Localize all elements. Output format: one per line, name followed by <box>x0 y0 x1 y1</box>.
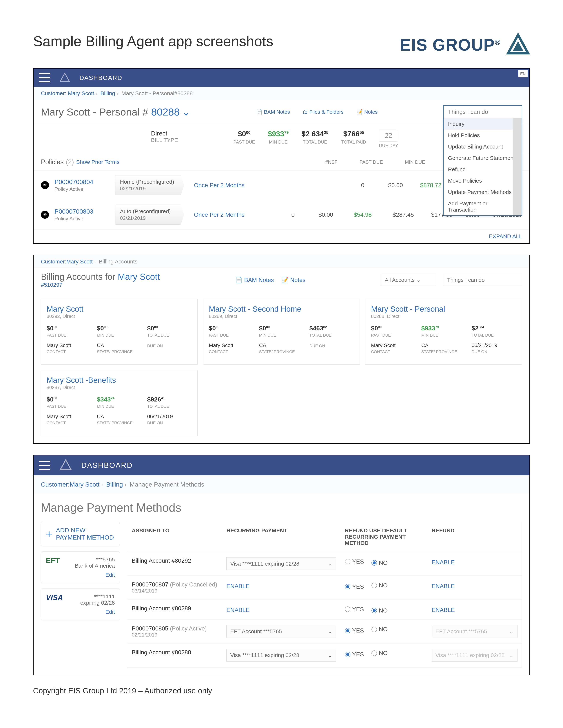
card-brand: EFT <box>46 556 60 565</box>
account-name: Mary Scott <box>47 305 192 313</box>
things-i-can-do-dropdown: Inquiry Hold Policies Update Billing Acc… <box>443 118 522 216</box>
enable-link[interactable]: ENABLE <box>432 559 455 566</box>
svg-marker-3 <box>60 460 71 470</box>
add-payment-method-button[interactable]: + ADD NEW PAYMENT METHOD <box>41 522 120 546</box>
policy-id-link[interactable]: P0000700803 <box>54 208 109 215</box>
yes-radio[interactable]: YES <box>345 627 364 634</box>
app-bar: DASHBOARD <box>34 455 529 475</box>
breadcrumb: Customer:Mary Scott› Billing› Manage Pay… <box>34 475 529 494</box>
yes-radio[interactable]: YES <box>345 606 364 613</box>
yes-radio[interactable]: YES <box>345 558 364 565</box>
note-links: 📄 BAM Notes 🗂 Files & Folders 📝 Notes <box>256 109 378 115</box>
app-logo-icon <box>59 72 70 83</box>
due-day-value: 22 <box>379 130 398 142</box>
enable-link[interactable]: ENABLE <box>226 607 249 613</box>
card-brand: VISA <box>46 593 63 602</box>
no-radio[interactable]: NO <box>372 607 388 614</box>
enable-link[interactable]: ENABLE <box>432 607 455 613</box>
account-card[interactable]: Mary Scott - Personal 80288, Direct $000… <box>365 299 522 365</box>
account-card[interactable]: Mary Scott - Second Home 80289, Direct $… <box>203 299 360 365</box>
tcid-item[interactable]: Update Billing Account <box>444 141 522 152</box>
yes-radio[interactable]: YES <box>345 583 364 590</box>
policy-id-link[interactable]: P0000700804 <box>54 178 109 186</box>
bam-notes-link[interactable]: 📄 BAM Notes <box>235 276 274 283</box>
tcid-item[interactable]: Add Payment or Transaction <box>444 198 522 215</box>
bam-notes-link[interactable]: 📄 BAM Notes <box>256 109 290 115</box>
customer-id: #510297 <box>41 282 160 288</box>
copyright: Copyright EIS Group Ltd 2019 – Authorize… <box>33 686 530 695</box>
min-due-value: $93379 <box>268 130 289 138</box>
policy-type-chip: Auto (Preconfigured)02/21/2019 <box>115 205 181 225</box>
account-card[interactable]: Mary Scott -Benefits 80287, Direct $000P… <box>41 370 197 436</box>
crumb-customer[interactable]: Customer:Mary Scott <box>41 481 99 488</box>
account-name: Mary Scott -Benefits <box>47 376 192 385</box>
yes-radio[interactable]: YES <box>345 651 364 658</box>
things-i-can-do-select[interactable]: Things I can do Inquiry Hold Policies Up… <box>443 105 522 119</box>
notes-link[interactable]: 📝 Notes <box>281 276 306 283</box>
scrollbar[interactable] <box>513 118 522 215</box>
no-radio[interactable]: NO <box>372 560 388 566</box>
page-title: Manage Payment Methods <box>34 494 529 522</box>
dashboard-label[interactable]: DASHBOARD <box>79 74 122 81</box>
payment-method-card[interactable]: EFT ***5765Bank of America Edit <box>41 551 120 583</box>
things-i-can-do-select[interactable]: Things I can do <box>443 274 522 286</box>
tcid-item[interactable]: Update Payment Methods <box>444 186 522 198</box>
crumb-current: Billing Accounts <box>99 258 137 265</box>
no-radio[interactable]: NO <box>372 650 388 657</box>
frequency-link[interactable]: Once Per 2 Months <box>194 182 256 189</box>
no-radio[interactable]: NO <box>372 582 388 589</box>
crumb-customer[interactable]: Customer:Mary Scott <box>41 258 93 265</box>
refund-select: Visa ****1111 expiring 02/28⌄ <box>432 649 518 662</box>
crumb-billing[interactable]: Billing <box>106 481 123 488</box>
breadcrumb: Customer: Mary Scott› Billing› Mary Scot… <box>34 87 529 100</box>
expand-all-link[interactable]: EXPAND ALL <box>34 230 529 243</box>
crumb-current: Mary Scott - Personal#80288 <box>121 90 193 96</box>
recurring-select[interactable]: EFT Account ***5765⌄ <box>226 625 336 638</box>
plus-icon: + <box>46 528 52 540</box>
view-icon[interactable]: 👁 <box>41 181 49 189</box>
payment-method-card[interactable]: VISA ****1111expiring 02/28 Edit <box>41 588 120 620</box>
edit-link[interactable]: Edit <box>46 609 115 615</box>
crumb-billing[interactable]: Billing <box>100 90 115 96</box>
menu-icon[interactable] <box>39 461 50 470</box>
total-due-value: $2 63425 <box>302 130 329 138</box>
recurring-select[interactable]: Visa ****1111 expiring 02/28⌄ <box>226 557 336 570</box>
payment-assignment-table: ASSIGNED TO RECURRING PAYMENT REFUND USE… <box>127 522 522 668</box>
screenshot-3: DASHBOARD Customer:Mary Scott› Billing› … <box>33 455 530 675</box>
col-refund: REFUND <box>427 522 522 552</box>
page-title: Billing Accounts for Mary Scott <box>41 272 160 282</box>
account-card[interactable]: Mary Scott 80292, Direct $000PAST DUE $0… <box>41 299 197 365</box>
svg-marker-2 <box>60 73 69 81</box>
chevron-down-icon[interactable]: ⌄ <box>182 106 190 118</box>
notes-link[interactable]: 📝 Notes <box>357 109 378 115</box>
crumb-customer[interactable]: Customer: Mary Scott <box>41 90 94 96</box>
all-accounts-select[interactable]: All Accounts ⌄ <box>381 274 436 286</box>
files-folders-link[interactable]: 🗂 Files & Folders <box>303 109 344 115</box>
tcid-item[interactable]: Inquiry <box>444 118 522 130</box>
tcid-item[interactable]: Hold Policies <box>444 130 522 141</box>
assignment-row: Billing Account #80292 Visa ****1111 exp… <box>127 552 522 576</box>
menu-icon[interactable] <box>39 73 50 82</box>
col-refund-default: REFUND USE DEFAULT RECURRING PAYMENT MET… <box>341 522 427 552</box>
accounts-header: Billing Accounts for Mary Scott #510297 … <box>34 268 529 292</box>
document-header: Sample Billing Agent app screenshots EIS… <box>33 33 530 61</box>
tcid-item[interactable]: Generate Future Statement <box>444 152 522 164</box>
screenshot-2: Customer:Mary Scott› Billing Accounts Bi… <box>33 255 530 444</box>
money-summary: $000PAST DUE $93379MIN DUE $2 63425TOTAL… <box>233 130 398 148</box>
edit-link[interactable]: Edit <box>46 572 115 578</box>
frequency-link[interactable]: Once Per 2 Months <box>194 211 256 218</box>
no-radio[interactable]: NO <box>372 626 388 633</box>
crumb-current: Manage Payment Methods <box>130 481 204 488</box>
recurring-select[interactable]: Visa ****1111 expiring 02/28⌄ <box>226 649 336 662</box>
enable-link[interactable]: ENABLE <box>432 583 455 589</box>
language-selector[interactable]: EN <box>518 70 528 77</box>
account-cards: Mary Scott 80292, Direct $000PAST DUE $0… <box>34 292 529 443</box>
enable-link[interactable]: ENABLE <box>226 583 249 589</box>
breadcrumb: Customer:Mary Scott› Billing Accounts <box>34 255 529 268</box>
eis-logo: EIS GROUP® <box>400 33 530 57</box>
view-icon[interactable]: 👁 <box>41 211 49 219</box>
dashboard-label[interactable]: DASHBOARD <box>81 461 133 470</box>
tcid-item[interactable]: Refund <box>444 164 522 175</box>
tcid-item[interactable]: Move Policies <box>444 175 522 186</box>
show-prior-terms-link[interactable]: Show Prior Terms <box>76 159 119 165</box>
